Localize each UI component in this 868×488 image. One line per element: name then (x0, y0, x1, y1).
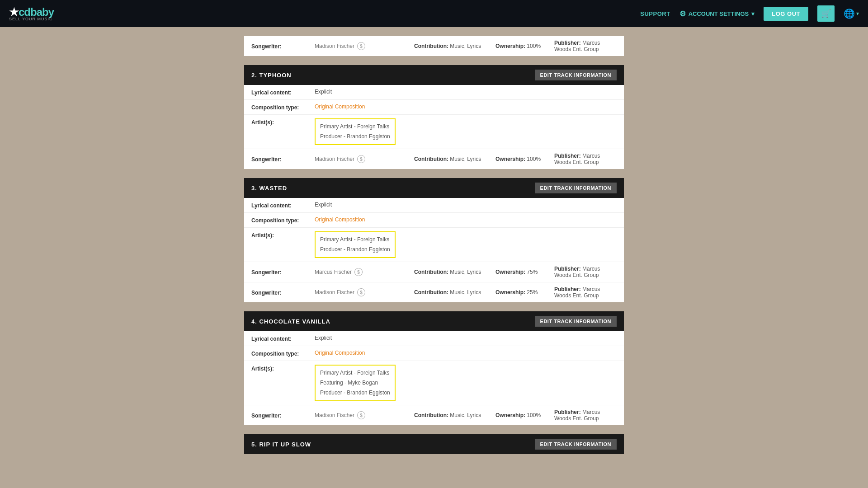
lyrical-row-track-4: Lyrical content: Explicit (244, 331, 624, 346)
sw-name-track-3-1: Madison Fischer $ (315, 288, 414, 296)
artist-label-track-3: Artist(s): (251, 231, 315, 239)
composition-row-track-2: Composition type: Original Composition (244, 100, 624, 115)
lyrical-label-track-3: Lyrical content: (251, 202, 315, 209)
sw-ownership-track-3-0: Ownership: 75% (495, 269, 554, 275)
songwriter-row-track-3-0: Songwriter: Marcus Fischer $ Contributio… (244, 262, 624, 282)
main-content: Songwriter: Madison Fischer $ Contributi… (244, 27, 624, 481)
artist-value-track-3: Primary Artist - Foreign TalksProducer -… (315, 231, 396, 258)
track-title-track-3: 3. WASTED (251, 185, 287, 192)
track-title-track-2: 2. TYPHOON (251, 72, 292, 79)
composition-row-track-3: Composition type: Original Composition (244, 213, 624, 228)
artist-line: Producer - Brandon Egglston (320, 132, 390, 142)
lyrical-row-track-2: Lyrical content: Explicit (244, 85, 624, 100)
artist-label-track-4: Artist(s): (251, 365, 315, 372)
sw-name-track-4-0: Madison Fischer $ (315, 411, 414, 419)
sw-name-track-2-0: Madison Fischer $ (315, 155, 414, 163)
dollar-icon-track-3-0: $ (354, 268, 363, 276)
cart-icon: 🛒 (821, 9, 831, 19)
songwriter-row-track-3-1: Songwriter: Madison Fischer $ Contributi… (244, 282, 624, 302)
sw-publisher-track-3-0: Publisher: Marcus Woods Ent. Group (554, 266, 617, 278)
lyrical-row-track-3: Lyrical content: Explicit (244, 198, 624, 213)
sw-contribution-track-2-0: Contribution: Music, Lyrics (414, 156, 495, 162)
track-header-track-5: 5. RIP IT UP SLOW EDIT TRACK INFORMATION (244, 434, 624, 454)
navbar-left: ★cdbaby SELL YOUR MUSIC (9, 6, 54, 21)
lyrical-value-track-2: Explicit (315, 89, 617, 95)
sw-row-label-track-3-1: Songwriter: (251, 289, 315, 296)
artist-line: Primary Artist - Foreign Talks (320, 122, 390, 132)
lyrical-value-track-3: Explicit (315, 202, 617, 208)
globe-chevron: ▾ (856, 10, 859, 17)
lyrical-value-track-4: Explicit (315, 335, 617, 341)
sw-contribution-track-4-0: Contribution: Music, Lyrics (414, 412, 495, 418)
artist-highlight-track-3: Primary Artist - Foreign TalksProducer -… (315, 231, 396, 258)
logout-button[interactable]: LOG OUT (764, 7, 808, 21)
songwriter-row-track-2-0: Songwriter: Madison Fischer $ Contributi… (244, 149, 624, 169)
edit-track-button-track-3[interactable]: EDIT TRACK INFORMATION (535, 183, 617, 193)
composition-value-track-4: Original Composition (315, 350, 617, 356)
track-block-track-2: 2. TYPHOON EDIT TRACK INFORMATION Lyrica… (244, 65, 624, 169)
artist-line: Producer - Brandon Egglston (320, 388, 390, 398)
edit-track-button-track-2[interactable]: EDIT TRACK INFORMATION (535, 70, 617, 80)
composition-value-track-3: Original Composition (315, 216, 617, 223)
composition-row-track-4: Composition type: Original Composition (244, 346, 624, 361)
sw-contribution-track-3-0: Contribution: Music, Lyrics (414, 269, 495, 275)
songwriter-row-track-4-0: Songwriter: Madison Fischer $ Contributi… (244, 405, 624, 425)
artist-row-track-2: Artist(s): Primary Artist - Foreign Talk… (244, 115, 624, 149)
sw-ownership-track-4-0: Ownership: 100% (495, 412, 554, 418)
logo-sub: SELL YOUR MUSIC (9, 17, 54, 21)
artist-line: Featuring - Myke Bogan (320, 378, 390, 388)
artist-line: Primary Artist - Foreign Talks (320, 368, 390, 378)
sw-name-track-3-0: Marcus Fischer $ (315, 268, 414, 276)
sw-ownership-track-3-1: Ownership: 25% (495, 289, 554, 296)
top-sw-publisher: Publisher: Marcus Woods Ent. Group (554, 40, 617, 52)
sw-publisher-track-4-0: Publisher: Marcus Woods Ent. Group (554, 409, 617, 422)
sw-ownership-track-2-0: Ownership: 100% (495, 156, 554, 162)
logo[interactable]: ★cdbaby SELL YOUR MUSIC (9, 6, 54, 21)
sw-contribution-track-3-1: Contribution: Music, Lyrics (414, 289, 495, 296)
composition-value-track-2: Original Composition (315, 103, 617, 110)
chevron-down-icon: ▾ (751, 10, 755, 17)
globe-icon: 🌐 (844, 8, 855, 19)
track-title-track-5: 5. RIP IT UP SLOW (251, 441, 311, 448)
artist-value-track-4: Primary Artist - Foreign TalksFeaturing … (315, 365, 396, 401)
navbar: ★cdbaby SELL YOUR MUSIC SUPPORT ⚙ ACCOUN… (0, 0, 868, 27)
lyrical-label-track-2: Lyrical content: (251, 89, 315, 96)
artist-highlight-track-2: Primary Artist - Foreign TalksProducer -… (315, 118, 396, 145)
track-block-track-4: 4. CHOCOLATE VANILLA EDIT TRACK INFORMAT… (244, 311, 624, 425)
composition-label-track-3: Composition type: (251, 216, 315, 224)
dollar-icon: $ (357, 42, 365, 50)
edit-track-button-track-4[interactable]: EDIT TRACK INFORMATION (535, 316, 617, 327)
globe-button[interactable]: 🌐 ▾ (844, 8, 859, 19)
navbar-right: SUPPORT ⚙ ACCOUNT SETTINGS ▾ LOG OUT 🛒 🌐… (640, 5, 859, 22)
cart-button[interactable]: 🛒 (817, 5, 835, 22)
gear-icon: ⚙ (679, 9, 686, 18)
top-sw-name: Madison Fischer $ (315, 42, 414, 50)
edit-track-button-track-5[interactable]: EDIT TRACK INFORMATION (535, 439, 617, 450)
artist-row-track-4: Artist(s): Primary Artist - Foreign Talk… (244, 361, 624, 405)
top-sw-ownership: Ownership: 100% (495, 43, 554, 49)
sw-row-label-track-2-0: Songwriter: (251, 155, 315, 163)
dollar-icon-track-3-1: $ (357, 288, 365, 296)
artist-line: Primary Artist - Foreign Talks (320, 235, 390, 245)
track-block-track-5: 5. RIP IT UP SLOW EDIT TRACK INFORMATION (244, 434, 624, 454)
top-snippet: Songwriter: Madison Fischer $ Contributi… (244, 36, 624, 56)
settings-label: ACCOUNT SETTINGS (689, 10, 749, 17)
artist-row-track-3: Artist(s): Primary Artist - Foreign Talk… (244, 228, 624, 262)
artist-value-track-2: Primary Artist - Foreign TalksProducer -… (315, 118, 396, 145)
artist-label-track-2: Artist(s): (251, 118, 315, 126)
track-header-track-4: 4. CHOCOLATE VANILLA EDIT TRACK INFORMAT… (244, 311, 624, 331)
support-link[interactable]: SUPPORT (640, 10, 670, 17)
tracks-container: 2. TYPHOON EDIT TRACK INFORMATION Lyrica… (244, 65, 624, 454)
sw-row-label-track-4-0: Songwriter: (251, 412, 315, 419)
artist-highlight-track-4: Primary Artist - Foreign TalksFeaturing … (315, 365, 396, 401)
dollar-icon-track-4-0: $ (357, 411, 365, 419)
track-title-track-4: 4. CHOCOLATE VANILLA (251, 318, 330, 325)
track-block-track-3: 3. WASTED EDIT TRACK INFORMATION Lyrical… (244, 178, 624, 302)
track-header-track-3: 3. WASTED EDIT TRACK INFORMATION (244, 178, 624, 198)
account-settings-link[interactable]: ⚙ ACCOUNT SETTINGS ▾ (679, 9, 755, 18)
sw-publisher-track-3-1: Publisher: Marcus Woods Ent. Group (554, 286, 617, 299)
sw-row-label-track-3-0: Songwriter: (251, 268, 315, 276)
lyrical-label-track-4: Lyrical content: (251, 335, 315, 342)
top-songwriter-row: Songwriter: Madison Fischer $ Contributi… (244, 36, 624, 56)
top-sw-label: Songwriter: (251, 42, 315, 50)
